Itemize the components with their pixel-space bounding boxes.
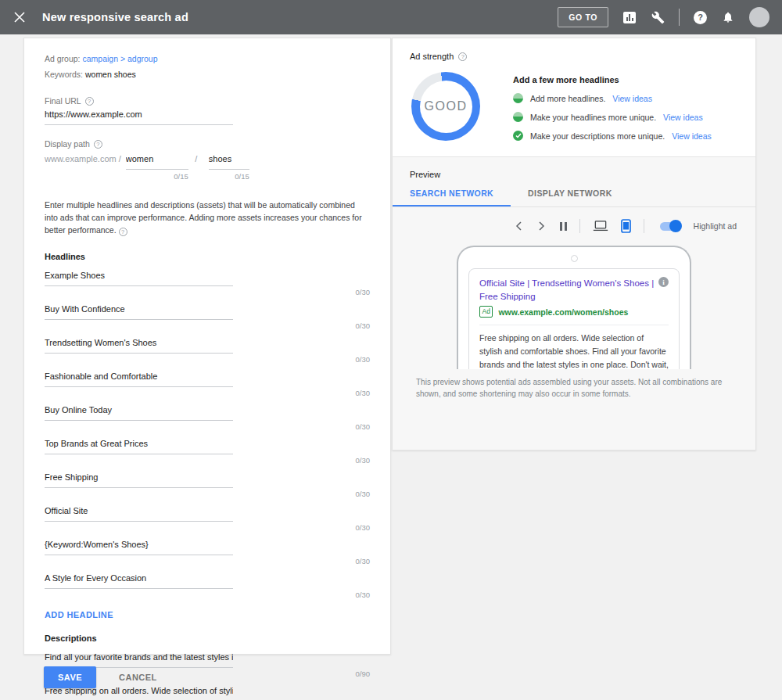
reports-chart-icon[interactable]: [622, 10, 637, 24]
headline-counter: 0/30: [45, 555, 370, 570]
headline-input[interactable]: Fashionable and Comfortable: [45, 368, 233, 387]
ad-preview-title[interactable]: Official Site | Trendsetting Women's Sho…: [479, 277, 658, 303]
headline-input[interactable]: Buy With Confidence: [45, 301, 233, 320]
headline-input[interactable]: Buy Online Today: [45, 402, 233, 421]
save-button[interactable]: SAVE: [44, 666, 96, 688]
ad-preview-url: www.example.com/women/shoes: [498, 307, 628, 317]
pause-icon[interactable]: [560, 222, 567, 231]
display-path-base: www.example.com /: [45, 150, 121, 163]
app-bar: New responsive search ad GO TO ?: [0, 0, 782, 34]
path2-input[interactable]: shoes: [209, 150, 249, 170]
headline-counter: 0/30: [45, 354, 370, 368]
view-ideas-link[interactable]: View ideas: [612, 94, 652, 103]
headline-input[interactable]: Trendsetting Women's Shoes: [45, 335, 233, 354]
path1-field: women 0/15: [126, 150, 188, 181]
cancel-button[interactable]: CANCEL: [114, 666, 162, 688]
headline-counter: 0/30: [45, 320, 370, 335]
headline-field-row: Fashionable and Comfortable0/30: [45, 368, 370, 402]
final-url-label: Final URL: [45, 96, 81, 106]
keywords-label: Keywords:: [45, 70, 83, 79]
suggestion-text: Make your descriptions more unique.: [530, 131, 665, 141]
preview-panel: Preview SEARCH NETWORK DISPLAY NETWORK: [392, 157, 756, 451]
keywords-value: women shoes: [85, 70, 136, 79]
close-icon[interactable]: [13, 10, 27, 24]
preview-toolbar: Highlight ad: [393, 207, 755, 234]
headline-counter: 0/30: [45, 421, 370, 436]
headline-field-row: Buy Online Today0/30: [45, 402, 370, 436]
toolbar-divider: [579, 219, 580, 233]
keywords-line: Keywords: women shoes: [45, 70, 370, 79]
ad-badge: Ad: [479, 306, 493, 318]
headline-field-row: Official Site0/30: [45, 503, 370, 537]
display-path-help-icon[interactable]: ?: [94, 140, 102, 149]
headline-field-row: {Keyword:Women's Shoes}0/30: [45, 537, 370, 570]
headline-field-row: Trendsetting Women's Shoes0/30: [45, 335, 370, 368]
path-separator: /: [188, 150, 204, 163]
headlines-list: Example Shoes0/30Buy With Confidence0/30…: [45, 267, 370, 604]
descriptions-heading: Descriptions: [45, 634, 370, 643]
notifications-bell-icon[interactable]: [721, 10, 735, 24]
ad-strength-suggestion-title: Add a few more headlines: [513, 75, 712, 84]
headline-counter: 0/30: [45, 286, 370, 301]
headline-counter: 0/30: [45, 589, 370, 604]
path1-input[interactable]: women: [126, 150, 188, 170]
headline-counter: 0/30: [45, 387, 370, 402]
headline-input[interactable]: Top Brands at Great Prices: [45, 436, 233, 454]
user-avatar[interactable]: [749, 7, 769, 27]
tab-search-network[interactable]: SEARCH NETWORK: [393, 188, 511, 206]
display-path-label: Display path: [45, 139, 90, 149]
headline-counter: 0/30: [45, 488, 370, 503]
ad-editor-card: Ad group: campaign > adgroup Keywords: w…: [23, 38, 391, 655]
path2-field: shoes 0/15: [209, 150, 249, 181]
help-icon[interactable]: ?: [694, 11, 707, 24]
ad-strength-card: Ad strength ? GOOD Add a few more headli…: [392, 38, 756, 157]
preview-tabbar: SEARCH NETWORK DISPLAY NETWORK: [393, 188, 755, 207]
check-icon: [513, 131, 523, 141]
view-ideas-link[interactable]: View ideas: [672, 131, 712, 141]
preview-heading: Preview: [393, 157, 755, 188]
ad-strength-label: Ad strength: [410, 52, 454, 61]
headline-input[interactable]: {Keyword:Women's Shoes}: [45, 537, 233, 555]
desktop-preview-icon[interactable]: [593, 220, 608, 232]
final-url-input[interactable]: https://www.example.com: [45, 106, 233, 125]
ad-info-icon[interactable]: i: [658, 277, 669, 287]
mobile-preview-icon[interactable]: [621, 219, 631, 233]
highlight-ad-toggle[interactable]: [660, 222, 681, 231]
progress-icon: [513, 112, 523, 122]
preview-disclaimer: This preview shows potential ads assembl…: [416, 376, 732, 400]
add-headline-button[interactable]: ADD HEADLINE: [45, 610, 113, 619]
path2-counter: 0/15: [209, 170, 249, 181]
ad-group-breadcrumb-link[interactable]: campaign > adgroup: [82, 54, 157, 63]
ad-group-line: Ad group: campaign > adgroup: [45, 54, 370, 63]
description-input[interactable]: Find all your favorite brands and the la…: [45, 649, 233, 668]
ad-preview-card: Official Site | Trendsetting Women's Sho…: [468, 268, 680, 369]
headline-input[interactable]: A Style for Every Occasion: [45, 570, 233, 589]
headline-input[interactable]: Official Site: [45, 503, 233, 522]
ad-strength-suggestion: Add more headlines.View ideas: [513, 93, 712, 103]
suggestion-text: Add more headlines.: [530, 94, 605, 103]
tools-wrench-icon[interactable]: [651, 10, 665, 24]
assets-intro-help-icon[interactable]: ?: [119, 228, 127, 236]
headline-counter: 0/30: [45, 522, 370, 537]
ad-strength-gauge: GOOD: [411, 72, 480, 141]
tab-display-network[interactable]: DISPLAY NETWORK: [511, 188, 630, 206]
headlines-heading: Headlines: [45, 252, 370, 261]
toolbar-divider-2: [644, 219, 644, 233]
headline-field-row: Free Shipping0/30: [45, 469, 370, 503]
headline-input[interactable]: Free Shipping: [45, 469, 233, 488]
headline-input[interactable]: Example Shoes: [45, 267, 233, 286]
main-content: Ad group: campaign > adgroup Keywords: w…: [0, 34, 782, 700]
next-ad-icon[interactable]: [536, 221, 547, 232]
ad-preview-description: Free shipping on all orders. Wide select…: [479, 332, 669, 369]
previous-ad-icon[interactable]: [513, 221, 524, 232]
final-url-help-icon[interactable]: ?: [85, 97, 94, 106]
page-title: New responsive search ad: [42, 11, 188, 23]
ad-strength-help-icon[interactable]: ?: [458, 52, 467, 61]
headline-field-row: A Style for Every Occasion0/30: [45, 570, 370, 604]
phone-camera-icon: [571, 255, 578, 262]
go-to-button[interactable]: GO TO: [558, 7, 608, 27]
assets-intro-text: Enter multiple headlines and description…: [45, 199, 368, 236]
path1-counter: 0/15: [126, 170, 188, 181]
view-ideas-link[interactable]: View ideas: [663, 113, 703, 122]
topbar-divider: [679, 9, 680, 26]
